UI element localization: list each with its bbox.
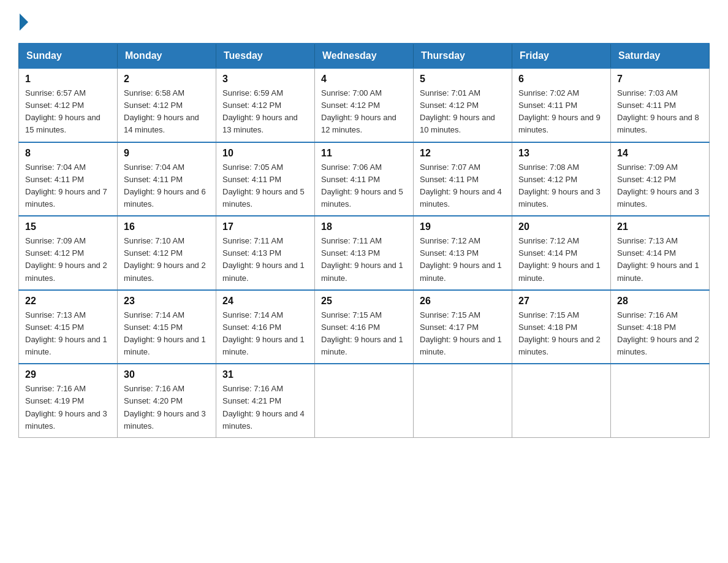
day-number: 23 xyxy=(124,296,210,307)
day-number: 9 xyxy=(124,148,210,159)
calendar-cell: 29 Sunrise: 7:16 AM Sunset: 4:19 PM Dayl… xyxy=(19,364,118,437)
calendar-cell xyxy=(414,364,512,437)
day-info: Sunrise: 7:16 AM Sunset: 4:18 PM Dayligh… xyxy=(617,309,703,359)
day-number: 21 xyxy=(617,221,703,232)
day-info: Sunrise: 7:16 AM Sunset: 4:20 PM Dayligh… xyxy=(124,383,210,432)
day-number: 29 xyxy=(25,369,111,380)
calendar-cell: 23 Sunrise: 7:14 AM Sunset: 4:15 PM Dayl… xyxy=(118,290,216,364)
day-info: Sunrise: 7:03 AM Sunset: 4:11 PM Dayligh… xyxy=(617,87,703,137)
day-info: Sunrise: 7:11 AM Sunset: 4:13 PM Dayligh… xyxy=(321,235,407,285)
day-number: 11 xyxy=(321,148,407,159)
day-info: Sunrise: 7:08 AM Sunset: 4:12 PM Dayligh… xyxy=(518,161,604,211)
day-info: Sunrise: 7:00 AM Sunset: 4:12 PM Dayligh… xyxy=(321,87,407,137)
calendar-cell: 15 Sunrise: 7:09 AM Sunset: 4:12 PM Dayl… xyxy=(19,216,118,290)
weekday-header-monday: Monday xyxy=(118,44,216,68)
day-number: 8 xyxy=(25,148,111,159)
day-number: 2 xyxy=(124,74,210,85)
calendar-week-3: 15 Sunrise: 7:09 AM Sunset: 4:12 PM Dayl… xyxy=(19,216,710,290)
day-number: 12 xyxy=(420,148,506,159)
page-header xyxy=(18,12,710,31)
day-info: Sunrise: 7:09 AM Sunset: 4:12 PM Dayligh… xyxy=(617,161,703,211)
day-info: Sunrise: 7:11 AM Sunset: 4:13 PM Dayligh… xyxy=(222,235,308,285)
day-info: Sunrise: 6:57 AM Sunset: 4:12 PM Dayligh… xyxy=(25,87,111,137)
day-info: Sunrise: 7:14 AM Sunset: 4:16 PM Dayligh… xyxy=(222,309,308,359)
day-number: 25 xyxy=(321,296,407,307)
calendar-cell: 3 Sunrise: 6:59 AM Sunset: 4:12 PM Dayli… xyxy=(216,68,315,142)
day-number: 14 xyxy=(617,148,703,159)
day-info: Sunrise: 7:04 AM Sunset: 4:11 PM Dayligh… xyxy=(25,161,111,211)
calendar-cell: 6 Sunrise: 7:02 AM Sunset: 4:11 PM Dayli… xyxy=(512,68,611,142)
calendar-week-5: 29 Sunrise: 7:16 AM Sunset: 4:19 PM Dayl… xyxy=(19,364,710,437)
calendar-cell: 24 Sunrise: 7:14 AM Sunset: 4:16 PM Dayl… xyxy=(216,290,315,364)
day-number: 31 xyxy=(222,369,308,380)
calendar-cell: 21 Sunrise: 7:13 AM Sunset: 4:14 PM Dayl… xyxy=(611,216,710,290)
weekday-header-wednesday: Wednesday xyxy=(315,44,414,68)
day-info: Sunrise: 7:09 AM Sunset: 4:12 PM Dayligh… xyxy=(25,235,111,285)
calendar-week-2: 8 Sunrise: 7:04 AM Sunset: 4:11 PM Dayli… xyxy=(19,142,710,216)
weekday-header-saturday: Saturday xyxy=(611,44,710,68)
weekday-header-tuesday: Tuesday xyxy=(216,44,315,68)
day-info: Sunrise: 7:15 AM Sunset: 4:16 PM Dayligh… xyxy=(321,309,407,359)
day-number: 26 xyxy=(420,296,506,307)
calendar-cell: 31 Sunrise: 7:16 AM Sunset: 4:21 PM Dayl… xyxy=(216,364,315,437)
day-number: 19 xyxy=(420,221,506,232)
day-info: Sunrise: 7:15 AM Sunset: 4:17 PM Dayligh… xyxy=(420,309,506,359)
day-info: Sunrise: 7:16 AM Sunset: 4:21 PM Dayligh… xyxy=(222,383,308,432)
day-info: Sunrise: 7:01 AM Sunset: 4:12 PM Dayligh… xyxy=(420,87,506,137)
day-number: 28 xyxy=(617,296,703,307)
calendar-cell: 10 Sunrise: 7:05 AM Sunset: 4:11 PM Dayl… xyxy=(216,142,315,216)
day-info: Sunrise: 7:13 AM Sunset: 4:14 PM Dayligh… xyxy=(617,235,703,285)
day-number: 22 xyxy=(25,296,111,307)
day-info: Sunrise: 7:02 AM Sunset: 4:11 PM Dayligh… xyxy=(518,87,604,137)
calendar-cell: 16 Sunrise: 7:10 AM Sunset: 4:12 PM Dayl… xyxy=(118,216,216,290)
day-number: 20 xyxy=(518,221,604,232)
calendar-cell: 5 Sunrise: 7:01 AM Sunset: 4:12 PM Dayli… xyxy=(414,68,512,142)
calendar-header-row: SundayMondayTuesdayWednesdayThursdayFrid… xyxy=(19,44,710,68)
calendar-cell: 25 Sunrise: 7:15 AM Sunset: 4:16 PM Dayl… xyxy=(315,290,414,364)
day-number: 5 xyxy=(420,74,506,85)
calendar-week-4: 22 Sunrise: 7:13 AM Sunset: 4:15 PM Dayl… xyxy=(19,290,710,364)
calendar-table: SundayMondayTuesdayWednesdayThursdayFrid… xyxy=(18,43,710,438)
day-info: Sunrise: 7:05 AM Sunset: 4:11 PM Dayligh… xyxy=(222,161,308,211)
calendar-cell xyxy=(512,364,611,437)
calendar-cell: 17 Sunrise: 7:11 AM Sunset: 4:13 PM Dayl… xyxy=(216,216,315,290)
calendar-cell: 18 Sunrise: 7:11 AM Sunset: 4:13 PM Dayl… xyxy=(315,216,414,290)
calendar-cell: 20 Sunrise: 7:12 AM Sunset: 4:14 PM Dayl… xyxy=(512,216,611,290)
calendar-cell: 1 Sunrise: 6:57 AM Sunset: 4:12 PM Dayli… xyxy=(19,68,118,142)
calendar-cell xyxy=(611,364,710,437)
calendar-cell: 9 Sunrise: 7:04 AM Sunset: 4:11 PM Dayli… xyxy=(118,142,216,216)
day-number: 17 xyxy=(222,221,308,232)
day-info: Sunrise: 7:06 AM Sunset: 4:11 PM Dayligh… xyxy=(321,161,407,211)
day-info: Sunrise: 7:04 AM Sunset: 4:11 PM Dayligh… xyxy=(124,161,210,211)
calendar-cell: 13 Sunrise: 7:08 AM Sunset: 4:12 PM Dayl… xyxy=(512,142,611,216)
day-number: 3 xyxy=(222,74,308,85)
calendar-cell: 4 Sunrise: 7:00 AM Sunset: 4:12 PM Dayli… xyxy=(315,68,414,142)
day-number: 13 xyxy=(518,148,604,159)
calendar-cell: 7 Sunrise: 7:03 AM Sunset: 4:11 PM Dayli… xyxy=(611,68,710,142)
day-info: Sunrise: 7:12 AM Sunset: 4:13 PM Dayligh… xyxy=(420,235,506,285)
logo-arrow-icon xyxy=(20,13,28,31)
calendar-cell: 30 Sunrise: 7:16 AM Sunset: 4:20 PM Dayl… xyxy=(118,364,216,437)
day-info: Sunrise: 7:10 AM Sunset: 4:12 PM Dayligh… xyxy=(124,235,210,285)
day-info: Sunrise: 6:58 AM Sunset: 4:12 PM Dayligh… xyxy=(124,87,210,137)
calendar-cell: 14 Sunrise: 7:09 AM Sunset: 4:12 PM Dayl… xyxy=(611,142,710,216)
calendar-cell: 27 Sunrise: 7:15 AM Sunset: 4:18 PM Dayl… xyxy=(512,290,611,364)
day-info: Sunrise: 7:14 AM Sunset: 4:15 PM Dayligh… xyxy=(124,309,210,359)
day-info: Sunrise: 7:16 AM Sunset: 4:19 PM Dayligh… xyxy=(25,383,111,432)
day-info: Sunrise: 6:59 AM Sunset: 4:12 PM Dayligh… xyxy=(222,87,308,137)
calendar-cell: 22 Sunrise: 7:13 AM Sunset: 4:15 PM Dayl… xyxy=(19,290,118,364)
day-number: 6 xyxy=(518,74,604,85)
calendar-cell: 8 Sunrise: 7:04 AM Sunset: 4:11 PM Dayli… xyxy=(19,142,118,216)
day-number: 24 xyxy=(222,296,308,307)
calendar-cell: 11 Sunrise: 7:06 AM Sunset: 4:11 PM Dayl… xyxy=(315,142,414,216)
calendar-week-1: 1 Sunrise: 6:57 AM Sunset: 4:12 PM Dayli… xyxy=(19,68,710,142)
calendar-cell xyxy=(315,364,414,437)
day-number: 15 xyxy=(25,221,111,232)
day-number: 1 xyxy=(25,74,111,85)
day-number: 4 xyxy=(321,74,407,85)
day-number: 30 xyxy=(124,369,210,380)
calendar-cell: 26 Sunrise: 7:15 AM Sunset: 4:17 PM Dayl… xyxy=(414,290,512,364)
day-number: 10 xyxy=(222,148,308,159)
day-info: Sunrise: 7:15 AM Sunset: 4:18 PM Dayligh… xyxy=(518,309,604,359)
day-number: 16 xyxy=(124,221,210,232)
